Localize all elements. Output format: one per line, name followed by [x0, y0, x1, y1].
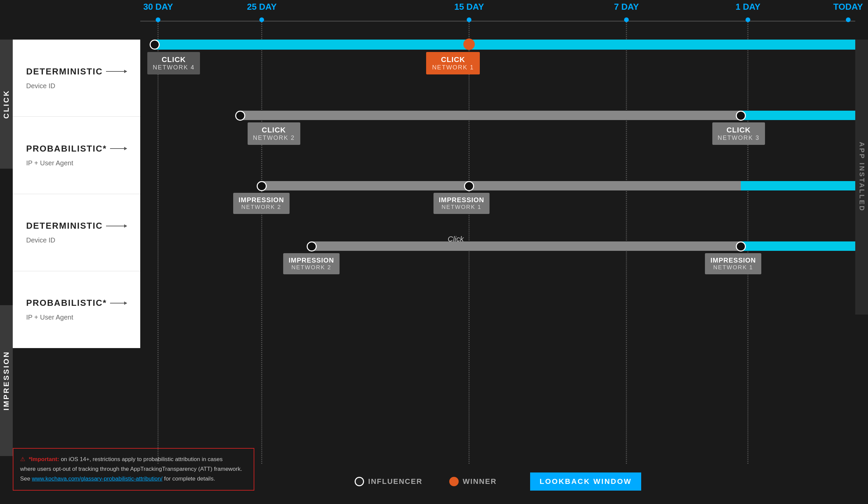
section-subtitle-det1: Device ID [26, 82, 127, 90]
notice-box: ⚠ *Important: on iOS 14+, restrictions a… [13, 448, 254, 491]
day-dot-15 [467, 18, 472, 22]
network-box-imp1-2: IMPRESSION NETWORK 1 [705, 253, 761, 274]
lookback-badge: LOOKBACK WINDOW [530, 472, 641, 491]
section-subtitle-prob1: IP + User Agent [26, 159, 127, 167]
winner-circle-icon [449, 477, 459, 486]
main-container: CLICK IMPRESSION APP INSTALLED DETERMINI… [0, 0, 868, 504]
day-dot-7 [624, 18, 629, 22]
dotted-line-25 [261, 22, 262, 464]
arrow-head2 [124, 147, 127, 150]
influencer-label: INFLUENCER [368, 477, 422, 486]
arrow-line3 [106, 226, 127, 226]
circle-imp-prob-1 [307, 241, 317, 252]
notice-link[interactable]: www.kochava.com/glassary-probabilistic-a… [32, 475, 162, 482]
day-label-today: TODAY [834, 2, 863, 12]
arrow-line1 [106, 71, 127, 72]
circle-imp-det-2 [464, 181, 474, 191]
legend-influencer: INFLUENCER [355, 477, 422, 486]
network-box-imp1-1: IMPRESSION NETWORK 1 [434, 193, 490, 214]
circle-click-prob-mid [736, 111, 746, 121]
day-dot-25 [259, 18, 264, 22]
app-installed-vertical-label: APP INSTALLED [855, 40, 868, 315]
left-panel: DETERMINISTIC Device ID PROBABILISTIC* I… [13, 40, 140, 348]
notice-text4: for complete details. [164, 475, 215, 482]
impression-vertical-label: IMPRESSION [0, 305, 13, 456]
network-box-imp2-1: IMPRESSION NETWORK 2 [233, 193, 290, 214]
click-italic-label: Click [447, 235, 464, 243]
day-label-1: 1 DAY [735, 2, 760, 12]
day-dot-today [846, 18, 850, 22]
arrow-line2 [110, 148, 127, 149]
important-text: *Important: [29, 456, 59, 462]
notice-text2: where users opt-out of tracking through … [20, 466, 242, 472]
panel-section-click-deterministic: DETERMINISTIC Device ID [13, 40, 140, 117]
network-box-click2: CLICK NETWORK 2 [248, 123, 300, 145]
legend-area: INFLUENCER WINNER LOOKBACK WINDOW [355, 472, 641, 491]
click-vertical-label: CLICK [0, 40, 13, 169]
notice-text3: See [20, 475, 32, 482]
legend-winner: WINNER [449, 477, 497, 486]
day-label-15: 15 DAY [454, 2, 484, 12]
network-box-imp2-2: IMPRESSION NETWORK 2 [283, 253, 340, 274]
network-box-click4: CLICK NETWORK 4 [147, 52, 200, 74]
day-label-30: 30 DAY [143, 2, 173, 12]
circle-click-det-start [149, 40, 160, 50]
section-subtitle-det2: Device ID [26, 237, 127, 244]
warning-icon: ⚠ [20, 456, 25, 462]
day-dot-30 [156, 18, 161, 22]
section-subtitle-prob2: IP + User Agent [26, 314, 127, 321]
arrow-head3 [124, 224, 127, 228]
section-title-det2: DETERMINISTIC [26, 221, 127, 231]
circle-imp-det-1 [257, 181, 267, 191]
bar-imp-det-cyan [741, 181, 855, 190]
panel-section-impression-deterministic: DETERMINISTIC Device ID [13, 194, 140, 271]
arrow-head1 [124, 70, 127, 73]
section-title-prob2: PROBABILISTIC* [26, 298, 127, 308]
circle-click-det-winner [463, 39, 475, 50]
day-label-25: 25 DAY [247, 2, 277, 12]
notice-text1: on iOS 14+, restrictions apply to probab… [61, 456, 223, 462]
dotted-line-30 [158, 22, 159, 464]
bar-click-det [155, 40, 855, 50]
network-box-click1: CLICK NETWORK 1 [426, 52, 480, 74]
circle-click-prob-start [235, 111, 245, 121]
circle-imp-prob-2 [736, 241, 746, 252]
panel-section-click-probabilistic: PROBABILISTIC* IP + User Agent [13, 117, 140, 194]
winner-label: WINNER [463, 477, 497, 486]
day-label-7: 7 DAY [614, 2, 639, 12]
chart-area: 30 DAY 25 DAY 15 DAY 7 DAY 1 DAY TODAY C [140, 0, 855, 504]
arrow-line4 [110, 303, 127, 304]
section-title-det1: DETERMINISTIC [26, 66, 127, 77]
influencer-circle-icon [355, 477, 364, 486]
arrow-head4 [124, 302, 127, 305]
network-box-click3: CLICK NETWORK 3 [712, 123, 765, 145]
bar-click-prob-cyan [741, 111, 855, 120]
panel-section-impression-probabilistic: PROBABILISTIC* IP + User Agent [13, 271, 140, 348]
day-dot-1 [745, 18, 750, 22]
bar-imp-prob-cyan [741, 241, 855, 251]
section-title-prob1: PROBABILISTIC* [26, 144, 127, 154]
